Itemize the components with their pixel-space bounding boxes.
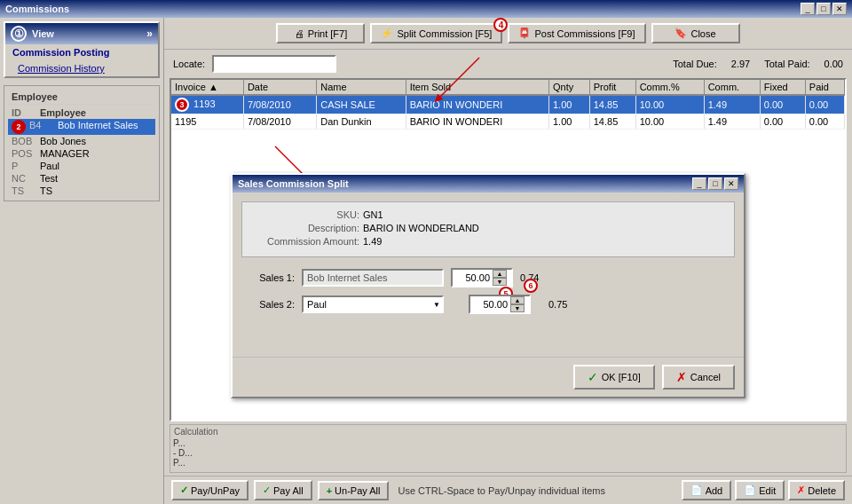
cell-paid: 0.00	[805, 114, 844, 130]
spin2-up-button[interactable]: ▲	[510, 296, 525, 304]
sidebar-item-commission-history[interactable]: Commission History	[5, 60, 158, 76]
emp-nc-name: Test	[40, 173, 58, 184]
emp-p-id: P	[12, 161, 40, 171]
employee-row-nc[interactable]: NC Test	[8, 172, 155, 185]
spin-up-button[interactable]: ▲	[493, 270, 507, 278]
maximize-button[interactable]: □	[816, 3, 831, 15]
emp-b4-name: Bob Internet Sales	[58, 120, 138, 134]
col-date: Date	[243, 80, 316, 95]
sales1-input	[302, 269, 444, 287]
sidebar-view-label: View	[32, 28, 146, 39]
toolbar: 🖨 Print [F7] ⚡ Split Commission [F5] 4 📮…	[164, 18, 852, 50]
employee-row-pos[interactable]: POS MANAGER	[8, 147, 155, 160]
cell-qnty: 1.00	[548, 114, 589, 130]
employee-row-bob[interactable]: BOB Bob Jones	[8, 135, 155, 147]
title-bar-buttons: _ □ ✕	[801, 3, 847, 15]
sales2-select[interactable]: Paul Bob Internet Sales Bob Jones MANAGE…	[302, 295, 444, 313]
amount-label: Commission Amount:	[253, 236, 359, 247]
spinner-buttons: ▲ ▼	[493, 270, 507, 286]
sidebar: ① View » Commission Posting Commission H…	[0, 18, 164, 504]
print-button[interactable]: 🖨 Print [F7]	[276, 23, 365, 43]
unpayall-icon: +	[327, 485, 332, 496]
col-name: Name	[317, 80, 406, 95]
close-window-button[interactable]: ✕	[832, 3, 847, 15]
close-button[interactable]: 🔖 Close	[651, 23, 740, 43]
employee-row-b4[interactable]: 2 B4 Bob Internet Sales	[8, 119, 155, 135]
view-header-icon: ①	[11, 26, 27, 42]
employee-row-p[interactable]: P Paul	[8, 160, 155, 172]
cell-comm-pct: 10.00	[635, 95, 704, 114]
minimize-button[interactable]: _	[801, 3, 815, 15]
employee-section: Employee ID Employee 2 B4 Bob Internet S…	[4, 85, 160, 201]
col-item: Item Sold	[406, 80, 548, 95]
post-label: Post Commissions [F9]	[534, 28, 635, 39]
locate-input[interactable]	[212, 55, 336, 73]
employee-row-ts[interactable]: TS TS	[8, 185, 155, 197]
sales-commission-split-modal: Sales Commission Split _ □ ✕ SKU: GN1 De…	[231, 173, 746, 398]
col-comm: Comm.	[704, 80, 760, 95]
cell-invoice: 3 1193	[171, 95, 243, 114]
payall-label: Pay All	[273, 485, 304, 496]
desc-value: BARIO IN WONDERLAND	[363, 223, 479, 233]
cell-date: 7/08/2010	[243, 95, 316, 114]
cell-profit: 14.85	[589, 114, 635, 130]
modal-minimize-button[interactable]: _	[692, 177, 706, 190]
collapse-icon[interactable]: »	[146, 28, 153, 40]
add-label: Add	[706, 485, 723, 496]
delete-button[interactable]: ✗ Delete	[788, 480, 845, 500]
modal-body: SKU: GN1 Description: BARIO IN WONDERLAN…	[233, 193, 744, 357]
add-button[interactable]: 📄 Add	[682, 480, 732, 500]
modal-info-box: SKU: GN1 Description: BARIO IN WONDERLAN…	[241, 201, 735, 257]
table-row[interactable]: 3 1193 7/08/2010 CASH SALE BARIO IN WOND…	[171, 95, 845, 114]
cell-profit: 14.85	[589, 95, 635, 114]
employee-header-row: ID Employee	[8, 106, 155, 119]
edit-button[interactable]: 📄 Edit	[735, 480, 785, 500]
cancel-label: Cancel	[690, 372, 721, 382]
sales1-pct-value[interactable]	[453, 270, 493, 286]
ok-button[interactable]: ✓ OK [F10]	[573, 365, 655, 390]
sales2-result: 0.75	[548, 299, 580, 310]
modal-title-buttons: _ □ ✕	[692, 177, 738, 190]
sales2-pct-spinner[interactable]: ▲ ▼ 6	[469, 295, 531, 314]
sales2-pct-value[interactable]	[470, 296, 510, 312]
modal-title: Sales Commission Split	[238, 178, 349, 189]
post-icon: 📮	[518, 28, 531, 39]
col-comm-pct: Comm.%	[635, 80, 704, 95]
cancel-button[interactable]: ✗ Cancel	[662, 365, 735, 390]
hint-text: Use CTRL-Space to Pay/Unpay individual i…	[398, 485, 605, 496]
payall-button[interactable]: ✓ Pay All	[254, 480, 312, 500]
post-commissions-button[interactable]: 📮 Post Commissions [F9]	[508, 23, 645, 43]
cell-comm: 1.49	[704, 95, 760, 114]
amount-value: 1.49	[363, 236, 382, 247]
spin2-down-button[interactable]: ▼	[510, 304, 525, 312]
spin-down-button[interactable]: ▼	[493, 278, 507, 286]
modal-title-bar: Sales Commission Split _ □ ✕	[233, 175, 744, 193]
sidebar-item-commission-posting[interactable]: Commission Posting	[5, 44, 158, 60]
emp-name-col: Employee	[40, 107, 86, 118]
modal-maximize-button[interactable]: □	[708, 177, 722, 190]
spinner2-buttons: ▲ ▼	[510, 296, 525, 312]
sku-row: SKU: GN1	[253, 209, 723, 220]
desc-label: Description:	[253, 223, 359, 233]
cancel-x-icon: ✗	[676, 370, 687, 384]
split-commission-button[interactable]: ⚡ Split Commission [F5] 4	[370, 23, 502, 43]
split-icon: ⚡	[381, 28, 393, 39]
calculation-label: Calculation	[174, 427, 217, 437]
close-icon: 🔖	[674, 28, 687, 39]
sales1-label: Sales 1:	[241, 272, 295, 283]
sales1-pct-spinner[interactable]: ▲ ▼	[451, 268, 513, 287]
payunpay-button[interactable]: ✓ Pay/UnPay	[171, 480, 248, 500]
edit-label: Edit	[759, 485, 776, 496]
modal-close-button[interactable]: ✕	[724, 177, 738, 190]
sales2-row: Sales 2: Paul Bob Internet Sales Bob Jon…	[241, 295, 735, 314]
emp-bob-id: BOB	[12, 136, 40, 146]
bottom-bar: ✓ Pay/UnPay ✓ Pay All + Un-Pay All Use C…	[164, 476, 852, 504]
sales2-label: Sales 2:	[241, 299, 295, 310]
print-label: Print [F7]	[308, 28, 348, 39]
unpayall-button[interactable]: + Un-Pay All	[318, 481, 390, 500]
locate-bar: Locate: Total Due: 2.97 Total Paid: 0.00	[164, 50, 852, 78]
col-paid: Paid	[805, 80, 844, 95]
commission-posting-label: Commission Posting	[12, 47, 109, 58]
edit-icon: 📄	[744, 484, 756, 496]
table-row[interactable]: 1195 7/08/2010 Dan Dunkin BARIO IN WONDE…	[171, 114, 845, 130]
